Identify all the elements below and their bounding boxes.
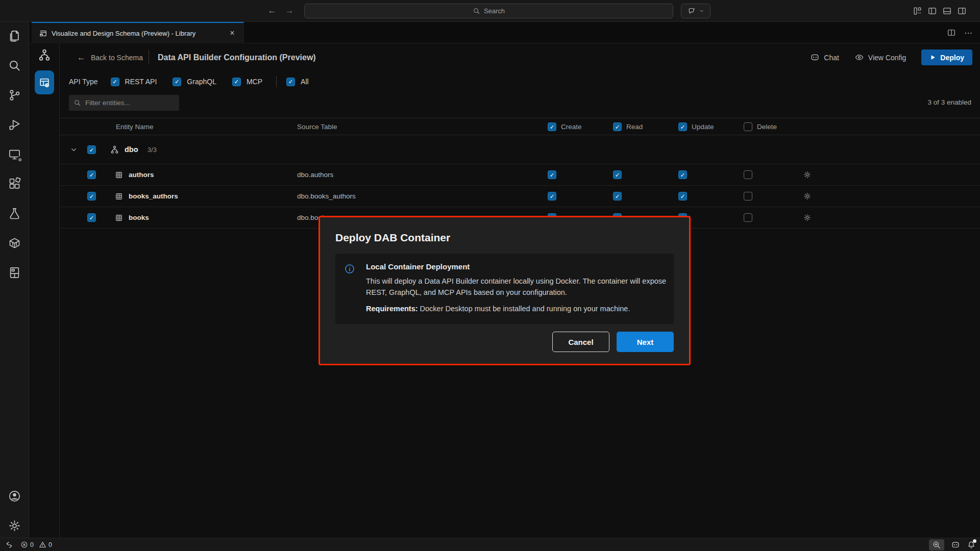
mcp-checkbox[interactable]: ✓ — [232, 78, 241, 86]
schema-group-row[interactable]: ✓ dbo 3/3 — [60, 135, 980, 164]
notification-dot-badge — [973, 539, 976, 543]
testing-icon[interactable] — [8, 207, 21, 220]
chevron-down-icon — [699, 8, 704, 14]
database-storage-icon[interactable] — [8, 266, 21, 280]
extensions-icon[interactable] — [8, 177, 21, 191]
schema-view-button[interactable] — [37, 48, 52, 62]
view-config-button[interactable]: View Config — [854, 53, 906, 62]
customize-layout-icon[interactable] — [913, 6, 922, 16]
row-checkbox[interactable]: ✓ — [87, 170, 96, 179]
dialog-title: Deploy DAB Container — [335, 232, 674, 244]
info-icon — [344, 263, 355, 274]
command-search-box[interactable]: Search — [304, 4, 673, 18]
column-source-table: Source Table — [297, 123, 337, 131]
row-settings-gear-icon[interactable] — [803, 213, 812, 222]
requirements-label: Requirements: — [366, 305, 418, 313]
schema-file-icon — [39, 29, 47, 38]
dab-config-button-active[interactable] — [35, 70, 54, 94]
all-label: All — [301, 78, 309, 86]
nav-forward-icon[interactable]: → — [284, 5, 295, 16]
chevron-down-icon[interactable] — [70, 146, 78, 154]
api-option-graphql[interactable]: ✓ GraphQL — [173, 78, 216, 86]
delete-checkbox[interactable] — [744, 170, 752, 179]
vscode-window: ← → Search ⊗ — [0, 0, 980, 551]
search-view-icon[interactable] — [8, 59, 21, 72]
editor-tab-bar: Visualize and Design Schema (Preview) - … — [29, 22, 980, 43]
create-checkbox[interactable]: ✓ — [548, 170, 556, 179]
view-config-label: View Config — [868, 54, 906, 62]
containers-icon[interactable] — [8, 236, 21, 250]
row-settings-gear-icon[interactable] — [803, 170, 812, 179]
api-option-rest[interactable]: ✓ REST API — [111, 78, 157, 86]
back-to-schema-link[interactable]: ← Back to Schema — [77, 53, 143, 63]
copilot-chat-button[interactable] — [681, 4, 710, 18]
read-checkbox[interactable]: ✓ — [613, 170, 622, 179]
create-checkbox[interactable]: ✓ — [548, 192, 556, 201]
account-icon[interactable] — [8, 489, 21, 503]
row-checkbox[interactable]: ✓ — [87, 192, 96, 201]
run-debug-icon[interactable] — [8, 118, 21, 132]
back-arrow-icon: ← — [77, 53, 86, 63]
api-type-row: API Type ✓ REST API ✓ GraphQL ✓ MCP ✓ Al… — [69, 72, 318, 91]
chat-sparkle-icon — [688, 7, 696, 15]
search-placeholder: Search — [484, 7, 505, 15]
toggle-secondary-sidebar-icon[interactable] — [957, 6, 967, 16]
error-icon — [20, 541, 28, 548]
zoom-control[interactable] — [929, 539, 944, 550]
editor-more-actions-icon[interactable]: ⋯ — [964, 28, 973, 38]
table-row-books-authors[interactable]: ✓ books_authors dbo.books_authors ✓ ✓ ✓ — [60, 186, 980, 207]
remote-indicator-icon[interactable] — [5, 541, 13, 549]
settings-gear-icon[interactable] — [8, 519, 21, 533]
mcp-label: MCP — [247, 78, 262, 86]
read-checkbox[interactable]: ✓ — [613, 192, 622, 201]
cancel-button[interactable]: Cancel — [552, 332, 609, 352]
chat-button[interactable]: Chat — [810, 53, 839, 62]
column-create: ✓ Create — [548, 122, 582, 131]
delete-all-checkbox[interactable] — [744, 122, 752, 131]
notifications-bell-icon[interactable] — [967, 540, 976, 549]
info-box-requirements: Requirements: Docker Desktop must be ins… — [366, 305, 665, 313]
api-options-divider — [276, 76, 277, 87]
copilot-status-icon[interactable] — [951, 540, 960, 549]
api-option-all[interactable]: ✓ All — [286, 78, 309, 86]
warning-icon — [39, 541, 46, 548]
copilot-icon — [810, 53, 820, 62]
back-link-label: Back to Schema — [91, 54, 143, 62]
status-bar: 0 0 — [0, 538, 980, 551]
tab-visualize-design-schema[interactable]: Visualize and Design Schema (Preview) - … — [32, 22, 244, 43]
update-all-checkbox[interactable]: ✓ — [678, 122, 687, 131]
search-icon — [473, 7, 480, 15]
toggle-panel-icon[interactable] — [942, 6, 952, 16]
delete-checkbox[interactable] — [744, 213, 752, 222]
source-table: dbo.authors — [297, 171, 333, 179]
entity-name: authors — [129, 171, 154, 179]
entities-table-header: Entity Name Source Table ✓ Create ✓ Read… — [60, 118, 980, 135]
update-checkbox[interactable]: ✓ — [678, 192, 687, 201]
row-checkbox[interactable]: ✓ — [87, 213, 96, 222]
table-row-authors[interactable]: ✓ authors dbo.authors ✓ ✓ ✓ — [60, 164, 980, 186]
split-editor-icon[interactable] — [947, 28, 956, 37]
delete-checkbox[interactable] — [744, 192, 752, 201]
create-all-checkbox[interactable]: ✓ — [548, 122, 556, 131]
filter-entities-input[interactable] — [69, 95, 179, 111]
problems-indicator[interactable]: 0 0 — [20, 541, 52, 548]
group-checkbox[interactable]: ✓ — [87, 145, 96, 154]
nav-back-icon[interactable]: ← — [266, 5, 278, 16]
rest-api-checkbox[interactable]: ✓ — [111, 78, 119, 86]
read-all-checkbox[interactable]: ✓ — [613, 122, 622, 131]
remote-explorer-icon[interactable]: ⊗ — [8, 147, 21, 161]
all-checkbox[interactable]: ✓ — [286, 78, 295, 86]
graphql-checkbox[interactable]: ✓ — [173, 78, 181, 86]
source-control-icon[interactable] — [8, 88, 21, 102]
explorer-icon[interactable] — [8, 29, 21, 43]
row-settings-gear-icon[interactable] — [803, 192, 812, 201]
toggle-primary-sidebar-icon[interactable] — [927, 6, 937, 16]
next-button[interactable]: Next — [617, 332, 674, 352]
activity-bar: ⊗ — [0, 22, 29, 538]
api-option-mcp[interactable]: ✓ MCP — [232, 78, 262, 86]
table-icon — [115, 171, 123, 179]
update-checkbox[interactable]: ✓ — [678, 170, 687, 179]
tab-close-icon[interactable]: × — [227, 28, 237, 38]
deploy-label: Deploy — [940, 54, 964, 62]
deploy-button[interactable]: Deploy — [921, 49, 972, 65]
